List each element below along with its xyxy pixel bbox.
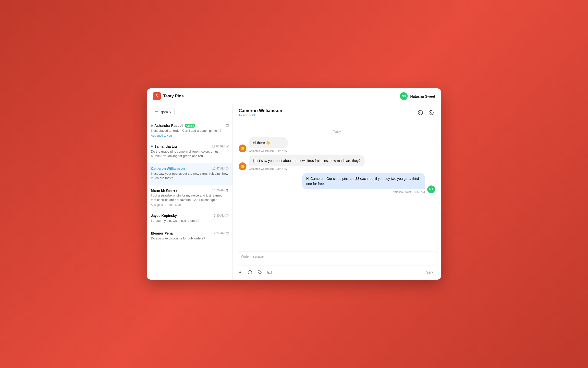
app-title: Tasty Pins: [163, 94, 184, 99]
svg-rect-8: [226, 233, 228, 234]
conv-preview: I broke my pin. Can I still return it?: [151, 219, 229, 223]
filter-icon: [155, 110, 158, 114]
conv-name: Ashandra Russell: [154, 124, 183, 128]
message-input[interactable]: [237, 251, 437, 265]
conv-assigned: Assigned to you: [151, 134, 229, 137]
image-button[interactable]: [266, 269, 273, 276]
svg-point-16: [250, 272, 251, 272]
conv-time: 12:00 PM: [212, 145, 229, 148]
svg-rect-9: [226, 232, 229, 233]
clock-icon: [226, 214, 229, 217]
svg-point-17: [259, 271, 259, 272]
mute-button[interactable]: [427, 109, 435, 117]
filter-button[interactable]: Open ▾: [151, 108, 175, 116]
conv-item-jayce[interactable]: Jayce Kopinsky 9:30 AM I broke my pin. C…: [147, 210, 233, 228]
conv-item-eleanor[interactable]: Eleanor Pena 9:24 AM Do you give discoun…: [147, 228, 233, 245]
conv-name: Eleanor Pena: [151, 231, 173, 235]
conv-time: 9:30 AM: [214, 214, 229, 217]
conv-time: 9:24 AM: [214, 232, 229, 235]
conv-name: Cameron Williamson: [151, 167, 185, 171]
sidebar: Open ▾ Ashandra Russell Online: [147, 104, 233, 280]
read-check-icon: [226, 145, 229, 148]
online-indicator: [151, 145, 153, 147]
send-button[interactable]: Send: [423, 269, 437, 276]
archive-icon: [226, 232, 229, 235]
toolbar-left: [237, 269, 273, 276]
sender-avatar-3: NS: [427, 185, 435, 193]
msg-bubble-2: I just saw your post about the new citru…: [249, 155, 365, 166]
svg-rect-0: [155, 111, 158, 112]
message-group: 😊 Hi there 👋 Cameron Williamson • 11:47 …: [239, 137, 435, 193]
conv-preview: I got a strawberry pin for my neice and …: [151, 193, 229, 202]
msg-meta-3: Natasha Sweet • 11:53 AM: [393, 190, 425, 193]
conv-item-marin[interactable]: Marin McKinney 11:20 AM I got a strawber…: [147, 185, 233, 210]
main-content: Open ▾ Ashandra Russell Online: [147, 104, 441, 280]
conv-item-ashandra[interactable]: Ashandra Russell Online I just placed an…: [147, 120, 233, 141]
msg-content-2: I just saw your post about the new citru…: [249, 155, 365, 170]
msg-content-1: Hi there 👋 Cameron Williamson • 11:47 AM: [249, 137, 288, 152]
msg-bubble-1: Hi there 👋: [249, 137, 288, 148]
conv-name: Samantha Liu: [154, 145, 177, 148]
conv-item-samantha[interactable]: Samantha Liu 12:00 PM Do the grape pins …: [147, 141, 233, 163]
emoji-icon: [248, 270, 252, 275]
conv-preview: I just saw your post about the new citru…: [151, 171, 229, 180]
date-divider: Today: [239, 130, 435, 133]
chat-header: Cameron Williamson Assign staff: [233, 104, 441, 121]
user-name: Natasha Sweet: [410, 94, 435, 98]
chat-area: Cameron Williamson Assign staff: [233, 104, 441, 280]
user-avatar: NS: [400, 92, 408, 100]
conv-time: [226, 124, 229, 127]
app-window: S Tasty Pins NS Natasha Sweet Open: [147, 88, 441, 280]
message-row-3: NS Hi Cameron! Our citrus pins are $8 ea…: [239, 173, 435, 193]
app-header: S Tasty Pins NS Natasha Sweet: [147, 88, 441, 104]
check-icon: [226, 189, 229, 192]
message-row-2: 😊 I just saw your post about the new cit…: [239, 155, 435, 170]
conv-name: Jayce Kopinsky: [151, 214, 177, 218]
svg-point-15: [249, 272, 250, 272]
conv-name: Marin McKinney: [151, 188, 177, 192]
mute-icon: [429, 110, 434, 115]
resolve-button[interactable]: [416, 109, 424, 117]
header-left: S Tasty Pins: [153, 92, 184, 100]
messages-area: Today 😊 Hi there 👋 Cameron Williams: [233, 121, 441, 247]
tag-icon: [257, 270, 262, 275]
sender-avatar-1: 😊: [239, 145, 246, 152]
filter-label: Open: [159, 110, 168, 114]
lightning-icon: [238, 270, 242, 275]
online-indicator: [151, 125, 153, 127]
msg-bubble-3: Hi Cameron! Our citrus pins are $8 each,…: [302, 173, 425, 189]
quick-reply-button[interactable]: [237, 269, 244, 276]
svg-rect-4: [226, 124, 229, 125]
input-toolbar: Send: [237, 269, 437, 276]
msg-content-3: Hi Cameron! Our citrus pins are $8 each,…: [302, 173, 425, 193]
msg-meta-1: Cameron Williamson • 11:47 AM: [249, 149, 288, 152]
msg-meta-2: Cameron Williamson • 11:47 AM: [249, 167, 365, 170]
sidebar-filter: Open ▾: [147, 104, 233, 120]
message-row-1: 😊 Hi there 👋 Cameron Williamson • 11:47 …: [239, 137, 435, 152]
image-icon: [267, 270, 272, 275]
conversation-list: Ashandra Russell Online I just placed an…: [147, 120, 233, 280]
archive-icon: [226, 124, 229, 127]
chat-contact-name: Cameron Williamson: [239, 108, 282, 113]
svg-rect-2: [156, 113, 157, 113]
filter-dropdown-icon: ▾: [169, 110, 171, 114]
svg-rect-1: [155, 112, 158, 112]
clock-icon: [226, 167, 229, 170]
assign-staff-link[interactable]: Assign staff: [239, 113, 282, 117]
chat-header-actions: [416, 109, 435, 117]
conv-item-cameron[interactable]: Cameron Williamson 11:47 AM I just saw y…: [147, 163, 233, 185]
header-right: NS Natasha Sweet: [400, 92, 435, 100]
online-badge: Online: [185, 124, 195, 128]
app-logo: S: [153, 92, 161, 100]
svg-point-6: [226, 189, 228, 192]
conv-preview: Do you give discounts for bulk orders?: [151, 236, 229, 241]
svg-point-10: [418, 110, 423, 115]
resolve-icon: [418, 110, 423, 115]
conv-preview: Do the grape pins come in different colo…: [151, 149, 229, 158]
emoji-button[interactable]: [246, 269, 253, 276]
conv-assigned-gray: Assigned to Team Mate: [151, 203, 229, 207]
sender-avatar-2: 😊: [239, 162, 246, 170]
tag-button[interactable]: [256, 269, 263, 276]
svg-point-14: [248, 271, 252, 274]
svg-rect-3: [226, 125, 228, 127]
